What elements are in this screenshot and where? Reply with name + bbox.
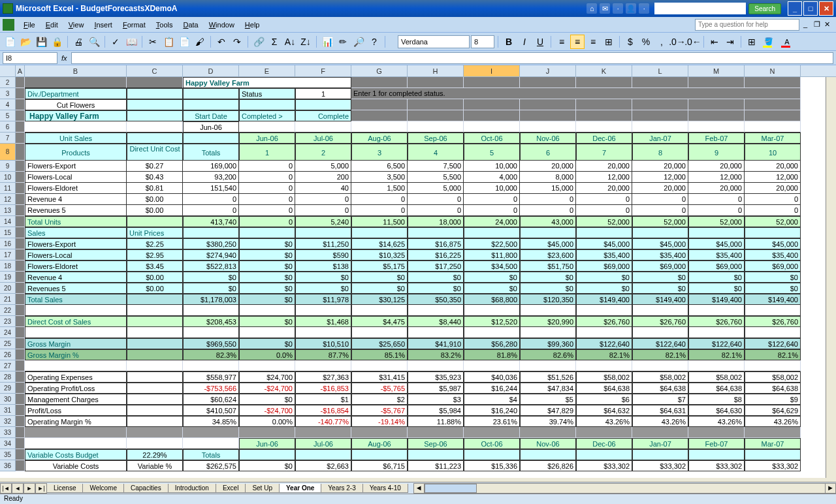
- cell[interactable]: $31,415: [351, 371, 408, 383]
- cell[interactable]: $12,520: [464, 316, 520, 327]
- cell[interactable]: $6,715: [351, 460, 408, 471]
- cell[interactable]: -19.14%: [351, 416, 408, 427]
- cell[interactable]: [127, 77, 183, 88]
- cell[interactable]: $69,000: [576, 260, 632, 272]
- doc-minimize-button[interactable]: _: [803, 20, 812, 29]
- cell[interactable]: $33,302: [632, 460, 688, 471]
- cell[interactable]: [688, 121, 745, 133]
- cell[interactable]: [16, 227, 25, 238]
- cell[interactable]: [239, 427, 295, 438]
- research-icon[interactable]: 📖: [124, 35, 138, 49]
- row-header-9[interactable]: 9: [0, 161, 16, 172]
- cell[interactable]: $64,638: [688, 383, 745, 394]
- cell[interactable]: [16, 427, 25, 438]
- sheet-tab-capacities[interactable]: Capacities: [123, 484, 169, 493]
- cell[interactable]: Variable Costs: [25, 460, 127, 471]
- cell[interactable]: $64,638: [576, 383, 632, 394]
- cell[interactable]: $0: [183, 283, 239, 294]
- cell[interactable]: 43.26%: [745, 416, 801, 427]
- cell[interactable]: $3: [408, 394, 464, 405]
- spreadsheet-grid[interactable]: ABCDEFGHIJKLMN 2345678910111213141516171…: [0, 65, 836, 478]
- new-icon[interactable]: 📄: [3, 35, 17, 49]
- cell[interactable]: -$16,854: [295, 405, 351, 416]
- cell[interactable]: [295, 427, 351, 438]
- cell[interactable]: 1: [295, 88, 351, 99]
- row-header-30[interactable]: 30: [0, 394, 16, 405]
- cell[interactable]: 52,000: [688, 216, 745, 227]
- cell[interactable]: [25, 121, 127, 133]
- font-color-button[interactable]: A: [779, 35, 796, 49]
- cell[interactable]: [576, 227, 632, 238]
- cell[interactable]: 85.1%: [351, 349, 408, 360]
- app-icon[interactable]: [3, 19, 14, 31]
- cell[interactable]: Start Date: [183, 110, 239, 121]
- cell[interactable]: $26,760: [576, 316, 632, 327]
- cell[interactable]: Enter 1 for completed status.: [351, 88, 801, 99]
- cell[interactable]: [464, 327, 520, 338]
- cell[interactable]: $58,002: [576, 371, 632, 383]
- cell[interactable]: Flowers-Eldoret: [25, 260, 127, 272]
- cell[interactable]: $35,400: [632, 249, 688, 260]
- cell[interactable]: 10,000: [464, 161, 520, 172]
- cell[interactable]: [745, 110, 801, 121]
- cell[interactable]: $0.00: [127, 272, 183, 283]
- cell[interactable]: [632, 327, 688, 338]
- cell[interactable]: 0: [520, 205, 576, 216]
- cell[interactable]: [520, 77, 576, 88]
- row-header-16[interactable]: 16: [0, 238, 16, 249]
- copy-icon[interactable]: 📋: [161, 35, 176, 49]
- cell[interactable]: [239, 305, 295, 316]
- cell[interactable]: [16, 283, 25, 294]
- cell[interactable]: $1,468: [295, 316, 351, 327]
- row-header-35[interactable]: 35: [0, 449, 16, 460]
- cell[interactable]: Revenues 5: [25, 283, 127, 294]
- cell[interactable]: 82.1%: [745, 349, 801, 360]
- cell[interactable]: $0: [295, 283, 351, 294]
- cell[interactable]: $5,984: [408, 405, 464, 416]
- comma-button[interactable]: ,: [654, 35, 669, 49]
- cell[interactable]: 1: [239, 144, 295, 161]
- cell[interactable]: [688, 427, 745, 438]
- cell[interactable]: $4: [464, 394, 520, 405]
- cell[interactable]: [16, 121, 25, 133]
- cell[interactable]: $17,250: [408, 260, 464, 272]
- menu-format[interactable]: Format: [118, 19, 151, 31]
- cell[interactable]: 12,000: [745, 172, 801, 183]
- cell[interactable]: [183, 227, 239, 238]
- cell[interactable]: $33,302: [688, 460, 745, 471]
- cell[interactable]: 0: [576, 205, 632, 216]
- tab-nav-last[interactable]: ►|: [35, 483, 47, 494]
- cell[interactable]: [688, 449, 745, 460]
- cell[interactable]: [16, 205, 25, 216]
- cell[interactable]: 4: [408, 144, 464, 161]
- cell[interactable]: 24,000: [464, 216, 520, 227]
- search-button[interactable]: Search: [748, 3, 781, 14]
- cell[interactable]: 87.7%: [295, 349, 351, 360]
- cell[interactable]: [295, 227, 351, 238]
- borders-button[interactable]: ⊞: [745, 35, 759, 49]
- cell[interactable]: [464, 449, 520, 460]
- undo-icon[interactable]: ↶: [214, 35, 229, 49]
- cell[interactable]: $4,475: [351, 316, 408, 327]
- cell[interactable]: [127, 133, 183, 144]
- tab-nav-next[interactable]: ►: [24, 483, 35, 494]
- cell[interactable]: $558,977: [183, 371, 239, 383]
- cell[interactable]: $274,940: [183, 249, 239, 260]
- cell[interactable]: 0: [239, 161, 295, 172]
- cell[interactable]: [16, 110, 25, 121]
- cell[interactable]: $0: [745, 272, 801, 283]
- cell[interactable]: $122,640: [632, 338, 688, 349]
- cell[interactable]: 5,000: [408, 183, 464, 194]
- cell[interactable]: 82.6%: [520, 349, 576, 360]
- cell[interactable]: Operating Profit/Loss: [25, 383, 127, 394]
- cell[interactable]: [127, 349, 183, 360]
- menu-data[interactable]: Data: [178, 19, 203, 31]
- cell[interactable]: $0: [295, 272, 351, 283]
- cell[interactable]: [520, 427, 576, 438]
- cell[interactable]: Aug-06: [351, 438, 408, 449]
- cell[interactable]: 12,000: [632, 172, 688, 183]
- cell[interactable]: -$16,853: [295, 383, 351, 394]
- cell[interactable]: [16, 77, 25, 88]
- cell[interactable]: [408, 99, 464, 110]
- cell[interactable]: Mar-07: [745, 438, 801, 449]
